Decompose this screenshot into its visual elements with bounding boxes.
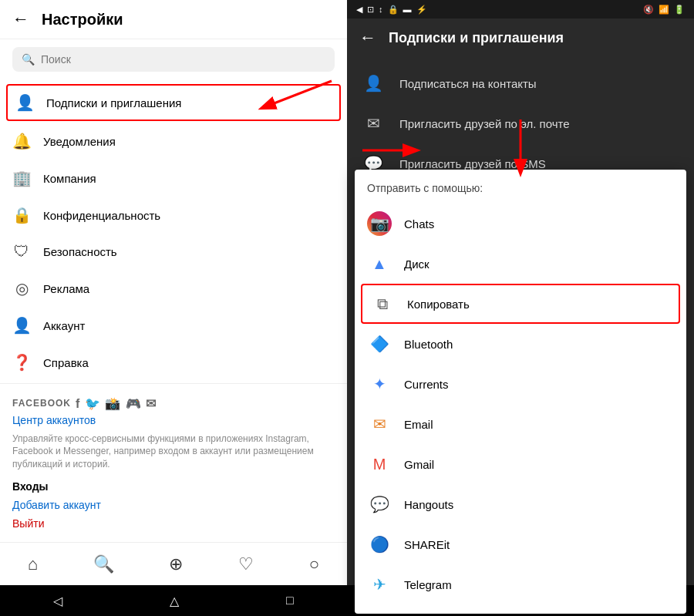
- security-icon: 🛡: [12, 243, 31, 261]
- help-icon: ❓: [12, 353, 31, 372]
- menu-item-help[interactable]: ❓ Справка: [0, 344, 347, 381]
- sim-icon: ⊡: [367, 5, 374, 15]
- facebook-section: FACEBOOK f 🐦 📸 🎮 ✉ Центр аккаунтов Управ…: [0, 383, 347, 542]
- account-icon: 👤: [12, 316, 31, 335]
- signal-icon: ◀: [356, 5, 362, 15]
- invite-email-icon: ✉: [362, 114, 384, 133]
- right-panel: ◀ ⊡ ↕ 🔒 ▬ ⚡ 🔇 📶 🔋 ← Подписки и приглашен…: [347, 0, 694, 616]
- bluetooth-label: Bluetooth: [404, 338, 453, 351]
- status-left: ◀ ⊡ ↕ 🔒 ▬ ⚡: [356, 5, 427, 15]
- subscriptions-icon: 👤: [15, 93, 34, 112]
- android-back-left[interactable]: ◁: [53, 594, 62, 608]
- shareit-icon: 🔵: [367, 532, 392, 557]
- home-nav-icon[interactable]: ⌂: [28, 554, 38, 574]
- telegram-icon: ✈: [367, 572, 392, 597]
- status-right: 🔇 📶 🔋: [643, 5, 685, 15]
- shareit-label: SHAREit: [404, 538, 450, 551]
- logout-link[interactable]: Выйти: [12, 517, 335, 530]
- chats-label: Chats: [404, 217, 434, 231]
- hangouts-label: Hangouts: [404, 498, 453, 511]
- share-item-telegram[interactable]: ✈ Telegram: [355, 564, 686, 604]
- search-bar[interactable]: 🔍: [12, 47, 335, 72]
- help-label: Справка: [43, 356, 89, 369]
- facebook-icons: f 🐦 📸 🎮 ✉: [76, 396, 157, 411]
- battery-icon: 🔋: [674, 5, 685, 15]
- lock-icon: 🔒: [388, 5, 399, 15]
- privacy-label: Конфиденциальность: [43, 209, 160, 222]
- add-nav-icon[interactable]: ⊕: [169, 554, 183, 574]
- profile-nav-icon[interactable]: ○: [309, 554, 319, 574]
- email-label: Email: [404, 418, 433, 431]
- share-item-disk[interactable]: ▲ Диск: [355, 244, 686, 284]
- share-item-copy[interactable]: ⧉ Копировать: [361, 284, 680, 324]
- company-icon: 🏢: [12, 169, 31, 187]
- bluetooth-icon: 🔷: [367, 332, 392, 356]
- copy-icon: ⧉: [370, 291, 395, 316]
- right-title: Подписки и приглашения: [389, 30, 564, 46]
- company-label: Компания: [43, 172, 96, 185]
- telegram-label: Telegram: [404, 578, 452, 591]
- wifi-icon: 📶: [659, 5, 669, 15]
- account-center-link[interactable]: Центр аккаунтов: [12, 414, 335, 426]
- add-account-link[interactable]: Добавить аккаунт: [12, 499, 335, 511]
- currents-label: Currents: [404, 378, 449, 391]
- android-home-left[interactable]: △: [170, 594, 179, 608]
- share-item-currents[interactable]: ✦ Currents: [355, 364, 686, 404]
- menu-item-privacy[interactable]: 🔒 Конфиденциальность: [0, 197, 347, 234]
- share-item-shareit[interactable]: 🔵 SHAREit: [355, 524, 686, 564]
- menu-item-info[interactable]: ℹ Информация: [0, 381, 347, 383]
- privacy-icon: 🔒: [12, 206, 31, 224]
- gmail-icon: M: [367, 452, 392, 476]
- currents-icon: ✦: [367, 372, 392, 396]
- notification-icon: ▬: [403, 5, 412, 14]
- share-item-hangouts[interactable]: 💬 Hangouts: [355, 484, 686, 524]
- left-panel: ← Настройки 🔍 👤 Подписки и приглашения 🔔…: [0, 0, 347, 616]
- left-bottom-nav: ⌂ 🔍 ⊕ ♡ ○: [0, 542, 347, 585]
- drive-icon: ▲: [367, 251, 392, 276]
- back-icon-right[interactable]: ←: [359, 28, 376, 48]
- right-menu-subscribe-contacts[interactable]: 👤 Подписаться на контакты: [347, 63, 694, 103]
- gmail-label: Gmail: [404, 458, 434, 471]
- subscriptions-label: Подписки и приглашения: [46, 96, 181, 109]
- subscribe-contacts-label: Подписаться на контакты: [399, 77, 537, 90]
- notifications-label: Уведомления: [43, 135, 116, 148]
- copy-label: Копировать: [407, 298, 470, 311]
- facebook-title: FACEBOOK f 🐦 📸 🎮 ✉: [12, 396, 335, 411]
- notifications-icon: 🔔: [12, 132, 31, 150]
- search-icon: 🔍: [22, 53, 35, 66]
- right-header: ← Подписки и приглашения: [347, 19, 694, 57]
- menu-item-subscriptions[interactable]: 👤 Подписки и приглашения: [6, 84, 341, 121]
- ads-label: Реклама: [43, 282, 89, 295]
- menu-item-company[interactable]: 🏢 Компания: [0, 160, 347, 197]
- search-nav-icon[interactable]: 🔍: [93, 554, 114, 574]
- status-bar: ◀ ⊡ ↕ 🔒 ▬ ⚡ 🔇 📶 🔋: [347, 0, 694, 19]
- battery-charge: ⚡: [416, 5, 427, 15]
- menu-item-notifications[interactable]: 🔔 Уведомления: [0, 123, 347, 160]
- hangouts-icon: 💬: [367, 492, 392, 517]
- invite-email-label: Пригласить друзей по эл. почте: [399, 117, 570, 130]
- left-android-nav: ◁ △ □: [0, 585, 347, 616]
- share-popup: Отправить с помощью: 📷 Chats ▲ Диск ⧉ Ко…: [355, 170, 686, 614]
- left-header: ← Настройки: [0, 0, 347, 39]
- data-icon: ↕: [379, 5, 383, 14]
- disk-label: Диск: [404, 258, 430, 271]
- menu-item-ads[interactable]: ◎ Реклама: [0, 270, 347, 307]
- share-item-chats[interactable]: 📷 Chats: [355, 204, 686, 244]
- heart-nav-icon[interactable]: ♡: [238, 554, 254, 574]
- share-item-email[interactable]: ✉ Email: [355, 404, 686, 444]
- menu-item-security[interactable]: 🛡 Безопасность: [0, 234, 347, 270]
- android-square-left[interactable]: □: [286, 594, 294, 608]
- share-popup-title: Отправить с помощью:: [355, 179, 686, 204]
- share-item-bluetooth[interactable]: 🔷 Bluetooth: [355, 324, 686, 364]
- subscribe-contacts-icon: 👤: [362, 74, 384, 93]
- right-menu-invite-email[interactable]: ✉ Пригласить друзей по эл. почте: [347, 103, 694, 143]
- security-label: Безопасность: [43, 245, 117, 258]
- share-item-gmail[interactable]: M Gmail: [355, 444, 686, 484]
- back-icon-left[interactable]: ←: [12, 9, 29, 29]
- left-title: Настройки: [42, 11, 123, 29]
- logins-label: Входы: [12, 480, 335, 493]
- instagram-chats-icon: 📷: [367, 211, 392, 236]
- menu-item-account[interactable]: 👤 Аккаунт: [0, 307, 347, 344]
- search-input[interactable]: [41, 53, 325, 66]
- facebook-desc: Управляйте кросс-сервисными функциями в …: [12, 433, 335, 471]
